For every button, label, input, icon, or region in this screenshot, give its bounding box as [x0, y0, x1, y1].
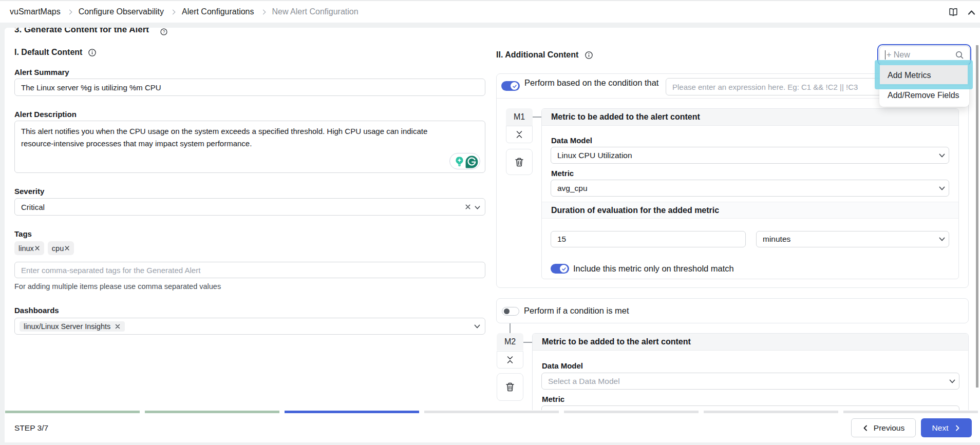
svg-text:?: ? — [163, 29, 165, 34]
